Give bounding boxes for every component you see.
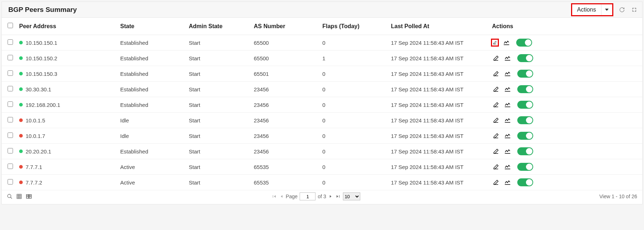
actions-dropdown[interactable]: Actions bbox=[571, 3, 613, 16]
peer-address[interactable]: 10.0.1.5 bbox=[26, 117, 45, 123]
row-checkbox[interactable] bbox=[8, 133, 13, 138]
peer-address[interactable]: 10.150.150.3 bbox=[26, 71, 57, 77]
edit-icon[interactable] bbox=[492, 178, 500, 186]
edit-icon[interactable] bbox=[492, 54, 500, 62]
header-peer[interactable]: Peer Address bbox=[16, 18, 117, 35]
status-dot-icon bbox=[19, 56, 23, 60]
edit-icon[interactable] bbox=[492, 85, 500, 93]
chart-icon[interactable] bbox=[504, 178, 512, 186]
edit-icon[interactable] bbox=[492, 101, 500, 109]
status-dot-icon bbox=[19, 165, 23, 169]
last-polled-cell: 17 Sep 2024 11:58:43 AM IST bbox=[388, 66, 489, 82]
status-dot-icon bbox=[19, 72, 23, 75]
peer-address[interactable]: 10.150.150.2 bbox=[26, 55, 57, 61]
chart-icon[interactable] bbox=[504, 116, 512, 124]
enable-toggle[interactable] bbox=[517, 116, 533, 124]
chart-icon[interactable] bbox=[504, 70, 512, 78]
table-row: 7.7.7.1ActiveStart65535017 Sep 2024 11:5… bbox=[2, 159, 642, 175]
rows-per-page-select[interactable]: 10 bbox=[343, 192, 360, 200]
expand-icon[interactable] bbox=[631, 6, 638, 13]
chart-icon[interactable] bbox=[504, 85, 512, 93]
page-last-icon[interactable] bbox=[336, 194, 341, 199]
status-dot-icon bbox=[19, 103, 23, 107]
header-last[interactable]: Last Polled At bbox=[388, 18, 489, 35]
enable-toggle[interactable] bbox=[517, 54, 533, 62]
enable-toggle[interactable] bbox=[517, 70, 533, 78]
panel-header: BGP Peers Summary Actions bbox=[2, 2, 642, 18]
row-checkbox[interactable] bbox=[8, 179, 13, 185]
row-checkbox[interactable] bbox=[8, 117, 13, 122]
search-icon[interactable] bbox=[7, 194, 13, 199]
actions-dropdown-label[interactable]: Actions bbox=[572, 5, 601, 14]
refresh-icon[interactable] bbox=[618, 6, 626, 13]
page-first-icon[interactable] bbox=[271, 194, 277, 199]
row-checkbox[interactable] bbox=[8, 101, 13, 107]
row-checkbox[interactable] bbox=[8, 164, 13, 169]
as-number-cell: 65500 bbox=[251, 35, 319, 51]
pagination: Page of 3 10 bbox=[271, 192, 360, 200]
select-all-checkbox[interactable] bbox=[8, 23, 13, 28]
edit-icon[interactable] bbox=[492, 163, 500, 171]
chart-icon[interactable] bbox=[504, 132, 512, 140]
enable-toggle[interactable] bbox=[517, 101, 533, 109]
chart-icon[interactable] bbox=[504, 163, 512, 171]
export-icon[interactable] bbox=[26, 194, 32, 199]
as-number-cell: 23456 bbox=[251, 97, 319, 113]
peer-address[interactable]: 20.20.20.1 bbox=[26, 148, 51, 155]
state-cell: Established bbox=[117, 66, 186, 82]
chart-icon[interactable] bbox=[504, 54, 512, 62]
edit-icon[interactable] bbox=[492, 70, 500, 78]
table-row: 10.150.150.3EstablishedStart65501017 Sep… bbox=[2, 66, 642, 82]
peer-address[interactable]: 192.168.200.1 bbox=[26, 102, 60, 108]
enable-toggle[interactable] bbox=[517, 147, 533, 155]
row-checkbox[interactable] bbox=[8, 70, 13, 76]
status-dot-icon bbox=[19, 181, 23, 184]
edit-icon[interactable] bbox=[492, 147, 500, 155]
enable-toggle[interactable] bbox=[516, 39, 532, 47]
enable-toggle[interactable] bbox=[517, 85, 533, 93]
chart-icon[interactable] bbox=[502, 39, 510, 47]
enable-toggle[interactable] bbox=[517, 163, 533, 171]
as-number-cell: 23456 bbox=[251, 128, 319, 144]
panel-title: BGP Peers Summary bbox=[8, 6, 77, 14]
page-input[interactable] bbox=[300, 192, 316, 200]
header-actions: Actions bbox=[489, 18, 642, 35]
chart-icon[interactable] bbox=[504, 101, 512, 109]
header-flaps[interactable]: Flaps (Today) bbox=[319, 18, 388, 35]
edit-icon[interactable] bbox=[492, 116, 500, 124]
caret-down-icon[interactable] bbox=[601, 4, 612, 15]
total-pages: of 3 bbox=[318, 194, 326, 199]
enable-toggle[interactable] bbox=[517, 178, 533, 186]
header-admin[interactable]: Admin State bbox=[186, 18, 251, 35]
flaps-cell: 0 bbox=[319, 35, 388, 51]
admin-state-cell: Start bbox=[186, 159, 251, 175]
admin-state-cell: Start bbox=[186, 175, 251, 190]
grid-icon[interactable] bbox=[16, 194, 22, 199]
row-checkbox[interactable] bbox=[8, 55, 13, 60]
as-number-cell: 23456 bbox=[251, 82, 319, 97]
peer-address[interactable]: 7.7.7.1 bbox=[26, 164, 42, 170]
row-checkbox[interactable] bbox=[8, 148, 13, 153]
peer-address[interactable]: 30.30.30.1 bbox=[26, 86, 51, 92]
peer-address[interactable]: 7.7.7.2 bbox=[26, 179, 42, 186]
table-row: 10.0.1.7IdleStart23456017 Sep 2024 11:58… bbox=[2, 128, 642, 144]
peer-address[interactable]: 10.150.150.1 bbox=[26, 40, 57, 46]
header-state[interactable]: State bbox=[117, 18, 186, 35]
page-next-icon[interactable] bbox=[328, 194, 334, 199]
peer-address[interactable]: 10.0.1.7 bbox=[26, 133, 45, 139]
edit-icon[interactable] bbox=[492, 132, 500, 140]
enable-toggle[interactable] bbox=[517, 132, 533, 140]
header-as[interactable]: AS Number bbox=[251, 18, 319, 35]
table-header-row: Peer Address State Admin State AS Number… bbox=[2, 18, 642, 35]
last-polled-cell: 17 Sep 2024 11:58:43 AM IST bbox=[388, 175, 489, 190]
row-checkbox[interactable] bbox=[8, 39, 13, 45]
chart-icon[interactable] bbox=[504, 147, 512, 155]
table-row: 7.7.7.2ActiveStart65535017 Sep 2024 11:5… bbox=[2, 175, 642, 190]
edit-icon[interactable] bbox=[491, 39, 499, 47]
row-checkbox[interactable] bbox=[8, 86, 13, 91]
admin-state-cell: Start bbox=[186, 82, 251, 97]
status-dot-icon bbox=[19, 149, 23, 153]
page-prev-icon[interactable] bbox=[279, 194, 284, 199]
flaps-cell: 0 bbox=[319, 82, 388, 97]
svg-rect-2 bbox=[17, 194, 21, 199]
